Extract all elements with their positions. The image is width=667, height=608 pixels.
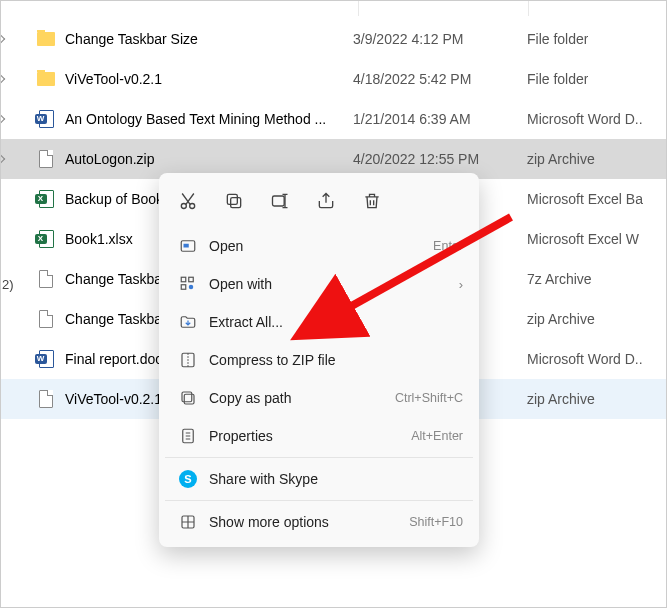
file-type: Microsoft Word D.. bbox=[517, 111, 643, 127]
menu-item-shortcut: Alt+Enter bbox=[411, 429, 463, 443]
expand-handle bbox=[1, 379, 7, 419]
table-row[interactable]: ViVeTool-v0.2.14/18/2022 5:42 PMFile fol… bbox=[1, 59, 666, 99]
copypath-icon bbox=[175, 389, 201, 407]
menu-item-label: Show more options bbox=[209, 514, 409, 530]
file-icon bbox=[37, 310, 55, 328]
menu-item-label: Copy as path bbox=[209, 390, 395, 406]
file-type: zip Archive bbox=[517, 151, 595, 167]
expand-handle bbox=[1, 219, 7, 259]
svg-rect-12 bbox=[184, 394, 194, 404]
menu-item-label: Open bbox=[209, 238, 433, 254]
file-type: zip Archive bbox=[517, 311, 595, 327]
menu-item-shortcut: Shift+F10 bbox=[409, 515, 463, 529]
file-name: An Ontology Based Text Mining Method ... bbox=[65, 111, 326, 127]
file-type: Microsoft Excel W bbox=[517, 231, 639, 247]
menu-item-copy-as-path[interactable]: Copy as pathCtrl+Shift+C bbox=[165, 379, 473, 417]
excel-icon bbox=[37, 230, 55, 248]
expand-handle[interactable] bbox=[1, 99, 7, 139]
svg-rect-7 bbox=[181, 277, 186, 282]
file-type: File folder bbox=[517, 71, 588, 87]
menu-item-label: Properties bbox=[209, 428, 411, 444]
share-icon[interactable] bbox=[305, 183, 347, 219]
menu-item-label: Open with bbox=[209, 276, 459, 292]
context-menu-toolbar bbox=[165, 179, 473, 227]
menu-item-properties[interactable]: PropertiesAlt+Enter bbox=[165, 417, 473, 455]
date-modified: 4/20/2022 12:55 PM bbox=[347, 151, 517, 167]
file-name: Final report.docx bbox=[65, 351, 169, 367]
more-icon bbox=[175, 513, 201, 531]
svg-rect-13 bbox=[182, 392, 192, 402]
file-icon bbox=[37, 270, 55, 288]
expand-handle bbox=[1, 299, 7, 339]
word-icon bbox=[37, 110, 55, 128]
svg-rect-4 bbox=[273, 196, 285, 206]
menu-item-label: Extract All... bbox=[209, 314, 463, 330]
file-name: AutoLogon.zip bbox=[65, 151, 155, 167]
menu-item-compress-to-zip-file[interactable]: Compress to ZIP file bbox=[165, 341, 473, 379]
svg-rect-3 bbox=[227, 194, 237, 204]
date-modified: 4/18/2022 5:42 PM bbox=[347, 71, 517, 87]
delete-icon[interactable] bbox=[351, 183, 393, 219]
copy-icon[interactable] bbox=[213, 183, 255, 219]
expand-handle[interactable] bbox=[1, 139, 7, 179]
compress-icon bbox=[175, 351, 201, 369]
menu-item-label: Compress to ZIP file bbox=[209, 352, 463, 368]
context-menu: OpenEnterOpen with›Extract All...Compres… bbox=[159, 173, 479, 547]
expand-handle[interactable] bbox=[1, 19, 7, 59]
file-name: Book1.xlsx bbox=[65, 231, 133, 247]
expand-handle[interactable] bbox=[1, 59, 7, 99]
svg-rect-9 bbox=[181, 285, 186, 290]
file-type: 7z Archive bbox=[517, 271, 592, 287]
svg-point-1 bbox=[190, 204, 195, 209]
file-name: ViVeTool-v0.2.1 bbox=[65, 71, 162, 87]
menu-item-open-with[interactable]: Open with› bbox=[165, 265, 473, 303]
expand-handle bbox=[1, 179, 7, 219]
file-type: Microsoft Word D.. bbox=[517, 351, 643, 367]
menu-item-label: Share with Skype bbox=[209, 471, 463, 487]
menu-item-extract-all[interactable]: Extract All... bbox=[165, 303, 473, 341]
svg-rect-8 bbox=[189, 277, 194, 282]
open-icon bbox=[175, 237, 201, 255]
file-name: Change Taskbar Size bbox=[65, 31, 198, 47]
extract-icon bbox=[175, 313, 201, 331]
expand-handle bbox=[1, 259, 7, 299]
date-modified: 3/9/2022 4:12 PM bbox=[347, 31, 517, 47]
table-row[interactable]: An Ontology Based Text Mining Method ...… bbox=[1, 99, 666, 139]
file-type: zip Archive bbox=[517, 391, 595, 407]
svg-point-0 bbox=[181, 204, 186, 209]
menu-item-show-more-options[interactable]: Show more optionsShift+F10 bbox=[165, 503, 473, 541]
skype-icon: S bbox=[175, 470, 201, 488]
excel-icon bbox=[37, 190, 55, 208]
folder-icon bbox=[37, 70, 55, 88]
properties-icon bbox=[175, 427, 201, 445]
expand-handle bbox=[1, 339, 7, 379]
menu-item-open[interactable]: OpenEnter bbox=[165, 227, 473, 265]
table-row[interactable]: Change Taskbar Size3/9/2022 4:12 PMFile … bbox=[1, 19, 666, 59]
cut-icon[interactable] bbox=[167, 183, 209, 219]
date-modified: 1/21/2014 6:39 AM bbox=[347, 111, 517, 127]
word-icon bbox=[37, 350, 55, 368]
rename-icon[interactable] bbox=[259, 183, 301, 219]
menu-separator bbox=[165, 500, 473, 501]
file-type: File folder bbox=[517, 31, 588, 47]
menu-item-share-with-skype[interactable]: SShare with Skype bbox=[165, 460, 473, 498]
chevron-right-icon: › bbox=[459, 277, 463, 292]
openwith-icon bbox=[175, 275, 201, 293]
file-type: Microsoft Excel Ba bbox=[517, 191, 643, 207]
svg-point-10 bbox=[189, 285, 194, 290]
folder-icon bbox=[37, 30, 55, 48]
menu-separator bbox=[165, 457, 473, 458]
menu-item-shortcut: Enter bbox=[433, 239, 463, 253]
file-icon bbox=[37, 150, 55, 168]
svg-rect-2 bbox=[231, 198, 241, 208]
menu-item-shortcut: Ctrl+Shift+C bbox=[395, 391, 463, 405]
svg-rect-6 bbox=[184, 244, 189, 248]
file-icon bbox=[37, 390, 55, 408]
